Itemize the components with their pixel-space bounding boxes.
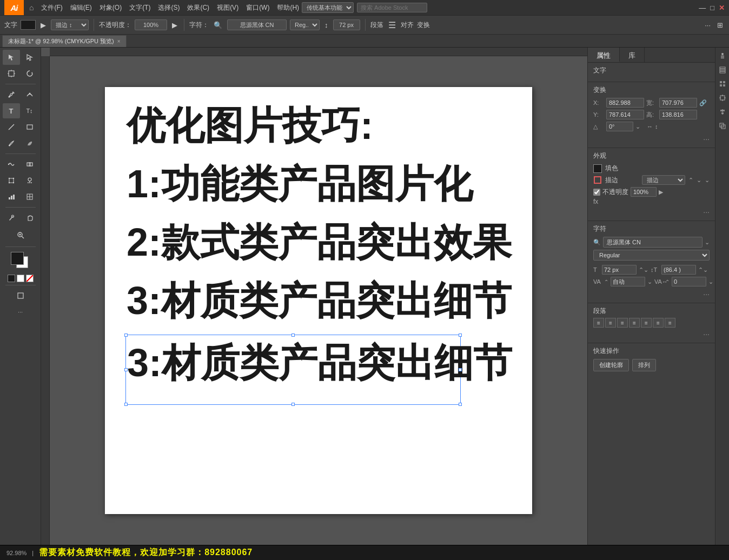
rotate-view-tool[interactable] [21, 157, 38, 172]
kerning-dropdown[interactable]: ⌄ [708, 278, 713, 285]
align-icon[interactable] [717, 106, 728, 118]
free-transform-tool[interactable] [3, 173, 20, 188]
y-input[interactable] [606, 110, 644, 119]
blob-brush-tool[interactable] [21, 136, 38, 151]
menu-select[interactable]: 选择(S) [158, 3, 180, 12]
selected-text-box[interactable]: 3:材质类产品突出细节 [125, 335, 461, 405]
transform-icon[interactable] [717, 92, 728, 104]
align-center[interactable]: ≡ [605, 318, 616, 328]
kerning-field[interactable] [672, 277, 706, 286]
arrange-button[interactable]: 排列 [632, 359, 656, 371]
white-swatch[interactable] [17, 275, 24, 282]
align-icon[interactable]: ☰ [387, 19, 397, 31]
black-swatch[interactable] [8, 275, 15, 282]
align-right[interactable]: ≡ [617, 318, 628, 328]
tracking-dropdown[interactable]: ⌄ [647, 278, 652, 285]
touch-type-tool[interactable]: T↕ [21, 103, 38, 118]
artboard-tool[interactable] [3, 66, 20, 81]
eyedropper-tool[interactable] [3, 210, 20, 225]
properties-icon[interactable] [717, 50, 728, 62]
select-tool[interactable] [3, 50, 20, 65]
font-size-field[interactable] [602, 265, 637, 275]
menu-object[interactable]: 对象(O) [100, 3, 122, 12]
home-icon[interactable]: ⌂ [29, 3, 34, 12]
align-justify-last-left[interactable]: ≡ [641, 318, 652, 328]
stroke-type-dropdown[interactable]: 描边 [642, 175, 685, 185]
pathfinder-icon[interactable] [717, 120, 728, 132]
symbol-sprayer-tool[interactable] [21, 173, 38, 188]
warp-tool[interactable] [3, 157, 20, 172]
align-justify-last-center[interactable]: ≡ [653, 318, 664, 328]
tab-library[interactable]: 库 [620, 48, 645, 62]
rotation-arrow[interactable]: ⌄ [635, 123, 640, 130]
color-swatch[interactable] [21, 20, 36, 30]
appearance-more[interactable]: ··· [593, 206, 710, 217]
more-options[interactable]: ··· [703, 20, 712, 30]
flip-v[interactable]: ↕ [655, 123, 658, 130]
stock-search[interactable] [357, 3, 427, 12]
mode-dropdown[interactable]: 传统基本功能 [302, 2, 354, 13]
text-tool[interactable]: T [3, 103, 20, 118]
stroke-type-select[interactable]: 描边 ↕ [51, 19, 89, 30]
tracking-field[interactable] [611, 277, 645, 286]
opacity-value[interactable] [631, 187, 657, 197]
stroke-down[interactable]: ⌄ [697, 177, 701, 184]
foreground-color-swatch[interactable] [11, 252, 24, 265]
menu-effect[interactable]: 效果(C) [187, 3, 209, 12]
font-name-input[interactable]: 思源黑体 CN [227, 19, 287, 30]
lh-up-down[interactable]: ⌃⌄ [698, 266, 708, 274]
hand-tool[interactable] [21, 210, 38, 225]
zoom-tool[interactable] [12, 228, 29, 243]
rect-tool[interactable] [21, 119, 38, 135]
direct-select-tool[interactable] [21, 50, 38, 65]
doc-tab-close[interactable]: × [117, 38, 121, 44]
character-more[interactable]: ··· [593, 289, 710, 299]
size-up-down[interactable]: ⌃⌄ [639, 266, 648, 274]
line-tool[interactable] [3, 119, 20, 135]
canvas-area[interactable]: 优化图片技巧: 1:功能类产品图片化 2:款式类产品突出效果 3:材质类产品突出… [41, 48, 587, 545]
maximize-button[interactable]: □ [710, 4, 714, 12]
curvature-tool[interactable] [21, 87, 38, 102]
tracking-up[interactable]: ⌃ [604, 279, 608, 285]
align-left[interactable]: ≡ [593, 318, 604, 328]
font-search-icon[interactable]: 🔍 [212, 20, 224, 30]
pen-tool[interactable] [3, 87, 20, 102]
w-input[interactable] [659, 98, 697, 108]
line-height-field[interactable] [661, 265, 696, 275]
rotation-input[interactable] [606, 122, 633, 131]
paragraph-more[interactable]: ··· [593, 329, 710, 339]
font-dropdown[interactable]: ⌄ [705, 239, 710, 246]
layers-icon[interactable] [717, 64, 728, 76]
tab-properties[interactable]: 属性 [588, 48, 620, 62]
link-icon[interactable]: 🔗 [699, 99, 707, 106]
minimize-button[interactable]: — [699, 4, 706, 12]
stroke-options[interactable]: ⌄ [705, 177, 710, 184]
rotate-tool[interactable] [21, 66, 38, 81]
font-style-select[interactable]: Reg... [290, 19, 320, 30]
panel-toggle[interactable]: ⊞ [715, 20, 725, 30]
menu-window[interactable]: 窗口(W) [246, 3, 269, 12]
opacity-checkbox[interactable] [593, 189, 600, 196]
close-button[interactable]: ✕ [719, 4, 725, 12]
kerning-up[interactable]: ⌃ [665, 279, 670, 285]
create-outlines-button[interactable]: 创建轮廓 [593, 359, 629, 371]
menu-help[interactable]: 帮助(H) [277, 3, 299, 12]
fx-row[interactable]: fx [593, 197, 710, 206]
fill-swatch[interactable] [593, 164, 602, 173]
align-justify-all[interactable]: ≡ [665, 318, 675, 328]
font-search-icon[interactable]: 🔍 [593, 239, 601, 246]
opacity-more[interactable]: ▶ [659, 189, 663, 196]
menu-view[interactable]: 视图(V) [217, 3, 238, 12]
font-style-dropdown[interactable]: Regular [593, 250, 710, 261]
x-input[interactable] [606, 98, 644, 108]
document-tab[interactable]: 未标题-1* @ 92.98% (CMYK/GPU 预览) × [2, 35, 127, 47]
flip-h[interactable]: ↔ [647, 123, 653, 130]
stroke-toggle[interactable]: ▶ [39, 20, 48, 30]
stroke-up[interactable]: ⌃ [688, 177, 693, 184]
menu-edit[interactable]: 编辑(E) [70, 3, 92, 12]
symbols-icon[interactable] [717, 78, 728, 90]
opacity-input[interactable]: 100% [135, 19, 167, 30]
more-tools[interactable]: ··· [12, 304, 29, 319]
font-size-input[interactable]: 72 px [333, 19, 360, 30]
h-input[interactable] [659, 110, 697, 119]
